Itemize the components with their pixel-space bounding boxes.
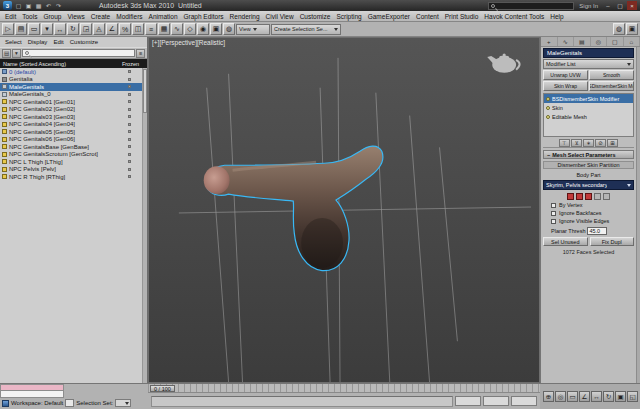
checkbox-row[interactable]: Ignore Backfaces	[543, 210, 634, 216]
coord-x-field[interactable]	[455, 396, 481, 406]
selection-region-icon[interactable]: ▭	[28, 23, 40, 35]
modifier-stack-item[interactable]: Skin	[544, 103, 633, 112]
make-unique-icon[interactable]: ∗	[583, 139, 594, 147]
frozen-dot-icon[interactable]	[128, 175, 131, 178]
undo-icon[interactable]: ↶	[44, 1, 53, 10]
mirror-icon[interactable]: ◫	[132, 23, 144, 35]
checkbox-icon[interactable]	[551, 219, 556, 224]
menu-item[interactable]: Help	[547, 13, 566, 20]
partition-button[interactable]: Sel Unused	[543, 237, 588, 246]
frozen-dot-icon[interactable]	[128, 115, 131, 118]
modifier-list-dropdown[interactable]: Modifier List	[543, 59, 634, 69]
close-button[interactable]: ×	[627, 1, 637, 10]
curve-editor-icon[interactable]: ∿	[171, 23, 183, 35]
menu-item[interactable]: Graph Editors	[181, 13, 227, 20]
angle-snap-icon[interactable]: ∠	[106, 23, 118, 35]
pan-hand-icon[interactable]: ↔	[591, 391, 602, 402]
maximize-button[interactable]: ▢	[615, 1, 625, 10]
configure-modifier-sets-icon[interactable]: ⊞	[607, 139, 618, 147]
command-panel-scrollbar[interactable]	[636, 47, 640, 383]
list-item[interactable]: 0 (default)	[0, 68, 142, 76]
explorer-settings-icon[interactable]: ≡	[136, 49, 145, 58]
name-column-header[interactable]: Name (Sorted Ascending)	[3, 61, 66, 67]
workspace-label[interactable]: Workspace: Default	[11, 400, 63, 406]
menu-item[interactable]: Animation	[146, 13, 181, 20]
explorer-menu-item[interactable]: Display	[25, 39, 51, 45]
field-of-view-icon[interactable]: ∠	[579, 391, 590, 402]
menu-item[interactable]: Modifiers	[113, 13, 145, 20]
zoom-all-icon[interactable]: ◎	[555, 391, 566, 402]
menu-item[interactable]: Customize	[297, 13, 334, 20]
list-item[interactable]: NPC L Thigh [LThig]	[0, 158, 142, 166]
modifier-preset-button[interactable]: Skin Wrap	[543, 81, 588, 91]
rollout-header[interactable]: − Mesh Select Parameters	[543, 150, 634, 159]
explorer-find-icon[interactable]: ▤	[2, 49, 11, 58]
frozen-dot-icon[interactable]	[128, 85, 131, 88]
percent-snap-icon[interactable]: %	[119, 23, 131, 35]
selection-lock-toggle[interactable]	[65, 399, 74, 407]
frozen-dot-icon[interactable]	[128, 100, 131, 103]
render-production-icon[interactable]: ◍	[613, 23, 625, 35]
list-item[interactable]: MaleGenitals	[0, 83, 142, 91]
minimize-button[interactable]: –	[603, 1, 613, 10]
pin-stack-icon[interactable]: ⊤	[559, 139, 570, 147]
explorer-menu-item[interactable]: Edit	[50, 39, 66, 45]
time-slider[interactable]: 0 / 100	[150, 385, 175, 392]
render-icon[interactable]: ◍	[223, 23, 235, 35]
hierarchy-tab-icon[interactable]: ▤	[574, 37, 591, 46]
modifier-preset-button[interactable]: Unwrap UVW	[543, 70, 588, 80]
menu-item[interactable]: Rendering	[227, 13, 263, 20]
list-item[interactable]: NPC Genitals05 [Gen05]	[0, 128, 142, 136]
red-flag-icon[interactable]	[576, 193, 583, 200]
list-item[interactable]: MaleGenitals_0	[0, 91, 142, 99]
coord-y-field[interactable]	[483, 396, 509, 406]
partition-button[interactable]: Fix Dupl	[590, 237, 635, 246]
frozen-dot-icon[interactable]	[128, 153, 131, 156]
display-tab-icon[interactable]: ▢	[607, 37, 624, 46]
frozen-dot-icon[interactable]	[128, 145, 131, 148]
max-application-button[interactable]: 3	[3, 1, 12, 10]
rotate-icon[interactable]: ↻	[67, 23, 79, 35]
list-item[interactable]: NPC Genitals01 [Gen01]	[0, 98, 142, 106]
show-end-result-icon[interactable]: ⊻	[571, 139, 582, 147]
list-item[interactable]: NPC Genitals06 [Gen06]	[0, 136, 142, 144]
create-tab-icon[interactable]: +	[541, 37, 558, 46]
viewport-canvas[interactable]	[149, 38, 539, 382]
menu-item[interactable]: Create	[88, 13, 114, 20]
frozen-dot-icon[interactable]	[128, 160, 131, 163]
checkbox-icon[interactable]	[551, 211, 556, 216]
list-item[interactable]: NPC GenitalsScrotum [GenScrot]	[0, 151, 142, 159]
infocenter-search-input[interactable]	[488, 2, 574, 10]
sign-in-link[interactable]: Sign In	[576, 3, 601, 9]
lightbulb-icon[interactable]	[546, 115, 550, 119]
explorer-filter-icon[interactable]: ▾	[12, 49, 21, 58]
maxscript-mini-listener[interactable]	[0, 391, 64, 398]
list-item[interactable]: NPC GenitalsBase [GenBase]	[0, 143, 142, 151]
modifier-stack-item[interactable]: BSDismemberSkin Modifier	[544, 94, 633, 103]
render-region-icon[interactable]: ▣	[615, 391, 626, 402]
frozen-dot-icon[interactable]	[128, 78, 131, 81]
menu-item[interactable]: Tools	[19, 13, 40, 20]
menu-item[interactable]: Print Studio	[442, 13, 482, 20]
redo-icon[interactable]: ↷	[54, 1, 63, 10]
layer-manager-icon[interactable]: ▦	[158, 23, 170, 35]
render-frame-window-icon[interactable]: ▣	[626, 23, 638, 35]
modifier-preset-button[interactable]: BSDismemberSkin Mod	[589, 81, 634, 91]
menu-item[interactable]: Civil View	[263, 13, 297, 20]
list-item[interactable]: NPC R Thigh [RThig]	[0, 173, 142, 181]
save-icon[interactable]: ▦	[34, 1, 43, 10]
modifier-stack-item[interactable]: Editable Mesh	[544, 112, 633, 121]
schematic-view-icon[interactable]: ◇	[184, 23, 196, 35]
red-flag-icon[interactable]	[567, 193, 574, 200]
red-flag-icon[interactable]	[585, 193, 592, 200]
menu-item[interactable]: GameExporter	[365, 13, 413, 20]
viewport-label[interactable]: [+][Perspective][Realistic]	[152, 39, 225, 46]
modify-tab-icon[interactable]: ∿	[558, 37, 575, 46]
frozen-column-header[interactable]: Frozen	[122, 61, 139, 67]
orbit-icon[interactable]: ↻	[603, 391, 614, 402]
motion-tab-icon[interactable]: ◎	[591, 37, 608, 46]
remove-modifier-icon[interactable]: ⊘	[595, 139, 606, 147]
scale-icon[interactable]: ◲	[80, 23, 92, 35]
explorer-menu-item[interactable]: Customize	[67, 39, 101, 45]
utilities-tab-icon[interactable]: ⌂	[624, 37, 640, 46]
